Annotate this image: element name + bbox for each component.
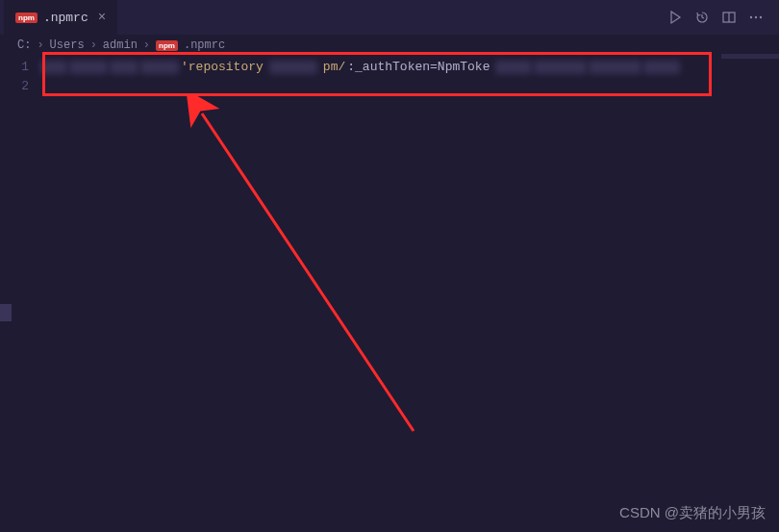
code-line-1: 'repository pm/:_authToken=NpmToke	[40, 58, 779, 77]
tab-filename: .npmrc	[43, 11, 88, 25]
svg-point-2	[750, 16, 752, 18]
redacted-text	[495, 61, 532, 74]
redacted-text	[269, 61, 317, 74]
breadcrumb[interactable]: C: › Users › admin › npm .npmrc	[0, 35, 779, 56]
npm-icon: npm	[156, 40, 178, 51]
code-token-string: pm/	[323, 58, 345, 77]
svg-point-4	[760, 16, 762, 18]
code-line-2	[40, 77, 779, 96]
minimap-region[interactable]	[721, 54, 779, 59]
line-number: 2	[0, 77, 29, 96]
editor-area[interactable]: 1 2 'repository pm/:_authToken=NpmToke	[0, 56, 779, 96]
redacted-text	[110, 61, 138, 74]
chevron-right-icon: ›	[143, 38, 150, 52]
close-icon[interactable]: ×	[98, 10, 106, 25]
chevron-right-icon: ›	[90, 38, 97, 52]
npm-icon: npm	[15, 13, 38, 23]
breadcrumb-part: Users	[50, 38, 85, 52]
line-gutter: 1 2	[0, 56, 40, 96]
breadcrumb-part: admin	[103, 38, 138, 52]
redacted-text	[140, 61, 179, 74]
code-token-string: 'repository	[181, 58, 264, 77]
more-icon[interactable]	[748, 10, 764, 25]
file-tab-npmrc[interactable]: npm .npmrc ×	[4, 0, 117, 35]
tabs-container: npm .npmrc ×	[4, 0, 117, 35]
breadcrumb-part: C:	[17, 38, 31, 52]
chevron-right-icon: ›	[37, 38, 43, 52]
activity-bar-indicator	[0, 304, 12, 321]
code-token: :_authToken=NpmToke	[347, 58, 490, 77]
redacted-text	[534, 61, 587, 74]
split-editor-icon[interactable]	[721, 10, 737, 25]
redacted-text	[589, 61, 641, 74]
history-icon[interactable]	[694, 10, 710, 25]
redacted-text	[40, 61, 67, 74]
watermark-text: CSDN @卖猪的小男孩	[619, 504, 766, 522]
breadcrumb-file: .npmrc	[184, 38, 225, 52]
redacted-text	[69, 61, 108, 74]
svg-line-5	[202, 114, 414, 431]
code-content[interactable]: 'repository pm/:_authToken=NpmToke	[40, 56, 779, 96]
redacted-text	[643, 61, 680, 74]
toolbar-right	[667, 10, 775, 25]
svg-point-3	[755, 16, 757, 18]
line-number: 1	[0, 58, 29, 77]
tab-bar: npm .npmrc ×	[0, 0, 779, 35]
run-icon[interactable]	[667, 10, 683, 25]
annotation-arrow	[183, 94, 433, 441]
